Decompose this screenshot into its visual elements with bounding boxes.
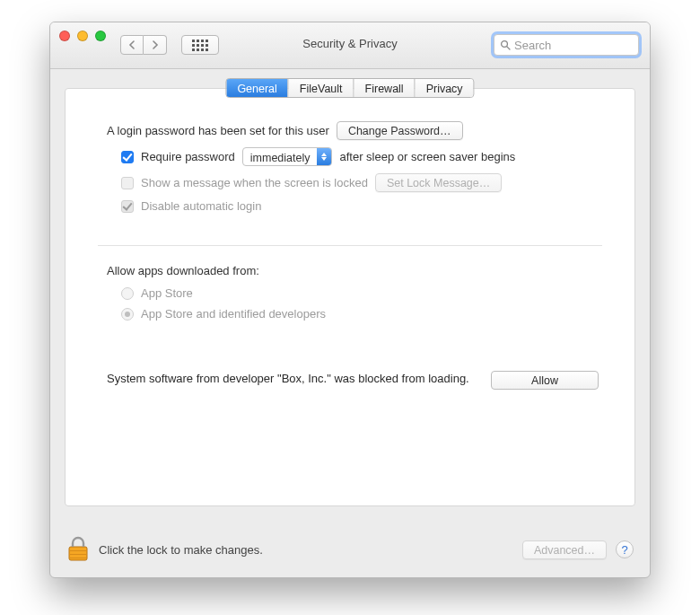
lock-hint-text: Click the lock to make changes. (99, 543, 263, 557)
require-password-delay-value: immediately (243, 148, 318, 165)
disable-auto-login-checkbox (121, 200, 134, 213)
search-field[interactable] (494, 34, 639, 56)
help-button[interactable]: ? (616, 540, 634, 558)
tab-general[interactable]: General (226, 79, 287, 97)
gatekeeper-label: Allow apps downloaded from: (98, 264, 602, 277)
svg-rect-3 (69, 550, 87, 551)
show-message-checkbox (121, 177, 134, 189)
radio-identified-developers-label: App Store and identified developers (141, 307, 326, 321)
svg-rect-4 (69, 554, 87, 555)
select-arrows-icon (317, 148, 331, 165)
tab-privacy[interactable]: Privacy (415, 79, 474, 97)
titlebar: Security & Privacy (50, 22, 650, 69)
allow-button[interactable]: Allow (491, 371, 599, 390)
blocked-software-message: System software from developer "Box, Inc… (107, 371, 473, 387)
advanced-button: Advanced… (522, 540, 607, 559)
radio-app-store-label: App Store (141, 286, 193, 300)
login-password-label: A login password has been set for this u… (107, 124, 329, 137)
radio-identified-developers (121, 308, 134, 321)
section-divider (98, 245, 602, 246)
change-password-button[interactable]: Change Password… (337, 121, 463, 140)
set-lock-message-button: Set Lock Message… (375, 173, 502, 192)
search-icon (500, 40, 511, 50)
require-password-label-post: after sleep or screen saver begins (339, 150, 515, 163)
radio-app-store (121, 287, 134, 300)
show-message-label: Show a message when the screen is locked (141, 176, 368, 189)
tab-firewall[interactable]: Firewall (354, 79, 415, 97)
require-password-label-pre: Require password (141, 150, 235, 163)
tab-bar: General FileVault Firewall Privacy (225, 78, 474, 98)
preferences-window: Security & Privacy General FileVault Fir… (49, 22, 651, 578)
search-input[interactable] (514, 39, 633, 52)
tab-filevault[interactable]: FileVault (288, 79, 354, 97)
disable-auto-login-label: Disable automatic login (141, 199, 261, 213)
require-password-checkbox[interactable] (121, 151, 134, 163)
svg-rect-5 (69, 558, 87, 558)
footer: Click the lock to make changes. Advanced… (50, 522, 650, 577)
general-section: A login password has been set for this u… (66, 89, 634, 390)
lock-icon[interactable] (66, 536, 90, 563)
svg-line-1 (507, 47, 510, 49)
require-password-delay-select[interactable]: immediately (242, 147, 333, 166)
content-panel: General FileVault Firewall Privacy A log… (65, 88, 635, 506)
